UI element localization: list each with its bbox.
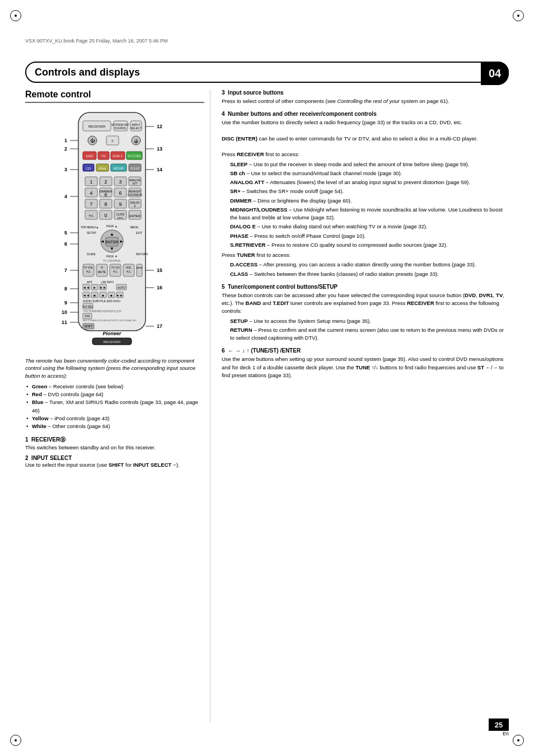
corner-mark-br: [513, 735, 524, 746]
svg-text:≡: ≡: [111, 139, 114, 143]
remote-wrapper: RECEIVER SYSTEM OFF SOURCE INPUT SELECT …: [56, 110, 174, 351]
svg-text:MUTE: MUTE: [98, 270, 106, 274]
svg-text:►: ►: [119, 239, 124, 244]
svg-text:E: E: [134, 205, 135, 208]
svg-text:17: 17: [157, 323, 162, 329]
svg-text:TV CH: TV CH: [111, 266, 120, 269]
svg-text:PAGE ▼: PAGE ▼: [106, 255, 118, 258]
section-title: Remote control: [25, 90, 204, 103]
corner-mark-bl: [10, 735, 21, 746]
svg-text:3: 3: [64, 167, 67, 172]
left-column: Remote control RECEIVER SYSTEM OFF SOURC…: [25, 90, 204, 722]
receiver-items: SLEEP – Use to put the receiver in sleep…: [222, 161, 509, 250]
svg-text:11: 11: [62, 320, 67, 325]
svg-text:Pioneer: Pioneer: [102, 331, 121, 336]
svg-text:TV CTRL: TV CTRL: [127, 154, 142, 158]
page-title: Controls and displays: [35, 67, 140, 78]
svg-text:2: 2: [104, 179, 107, 185]
svg-text:6: 6: [119, 190, 121, 196]
svg-text:⏻: ⏻: [90, 138, 95, 143]
svg-text:+SE INFO: +SE INFO: [101, 280, 114, 284]
bullet-blue: Blue – Tuner, XM and SIRIUS Radio contro…: [25, 398, 204, 415]
svg-text:►►: ►►: [100, 286, 106, 289]
bullet-yellow: Yellow – iPod controls (page 43): [25, 415, 204, 422]
numbered-items-left: 1 RECEIVERⒷ This switches between standb…: [25, 436, 204, 468]
tuner-items: D.ACCESS – After pressing, you can acces…: [222, 261, 509, 278]
svg-text:+/-: +/-: [88, 213, 94, 218]
bullet-red: Red – DVD controls (page 64): [25, 391, 204, 398]
svg-text:▼: ▼: [110, 246, 114, 251]
svg-text:TOP MENU/▲: TOP MENU/▲: [81, 226, 99, 229]
right-column: 3 Input source buttons Press to select c…: [210, 90, 509, 722]
svg-text:⏻: ⏻: [134, 139, 138, 143]
corner-mark-tr: [513, 10, 524, 21]
svg-text:A/V SEL: A/V SEL: [83, 305, 93, 308]
svg-text:ENTER: ENTER: [129, 214, 141, 218]
svg-text:4: 4: [90, 190, 92, 196]
page-lang: En: [489, 731, 509, 736]
svg-text:RCVR: RCVR: [114, 167, 124, 170]
svg-text:9: 9: [64, 300, 67, 306]
svg-text:AUDIO  SUBTITLE  EDD  DVD+: AUDIO SUBTITLE EDD DVD+: [83, 299, 121, 303]
svg-text:2CH/Z: 2CH/Z: [130, 167, 140, 170]
svg-text:14: 14: [157, 167, 162, 172]
svg-text:ATT: ATT: [132, 182, 137, 185]
svg-text:7: 7: [64, 267, 67, 273]
svg-text:DIALOG: DIALOG: [130, 201, 140, 204]
svg-text:6: 6: [104, 192, 107, 198]
svg-text:◄: ◄: [100, 239, 105, 244]
meta-line: VSX-90TXV_KU.book Page 25 Friday, March …: [25, 38, 167, 44]
svg-text:■: ■: [110, 294, 113, 297]
svg-text:ENTER: ENTER: [105, 240, 119, 244]
header-bar: Controls and displays 04: [25, 62, 509, 83]
remote-svg: RECEIVER SYSTEM OFF SOURCE INPUT SELECT …: [56, 110, 174, 350]
svg-text:MIDNIGHT: MIDNIGHT: [129, 190, 141, 193]
svg-text:8: 8: [104, 201, 107, 207]
svg-rect-0: [78, 112, 146, 331]
svg-text:5: 5: [64, 230, 67, 236]
svg-text:DVD: DVD: [86, 154, 93, 158]
svg-text:1: 1: [64, 138, 67, 143]
svg-text:SOURCE: SOURCE: [114, 126, 127, 130]
svg-text:TV VOL: TV VOL: [83, 266, 93, 269]
item-2: 2 INPUT SELECT Use to select the input s…: [25, 455, 204, 468]
color-bullet-list: Green – Receiver controls (see below) Re…: [25, 383, 204, 431]
right-item-3: 3 Input source buttons Press to select c…: [222, 90, 509, 105]
main-content: Remote control RECEIVER SYSTEM OFF SOURC…: [25, 90, 509, 722]
svg-text:12: 12: [157, 124, 162, 129]
svg-text:BAND: BAND: [136, 266, 142, 269]
svg-text:GUIDE: GUIDE: [87, 252, 96, 256]
remote-caption: The remote has been conveniently color-c…: [25, 357, 204, 379]
svg-text:4: 4: [64, 194, 67, 199]
corner-mark-tl: [10, 10, 21, 21]
svg-text:iPod: iPod: [99, 167, 106, 170]
remote-container: RECEIVER SYSTEM OFF SOURCE INPUT SELECT …: [25, 110, 204, 351]
svg-text:RECEIVER: RECEIVER: [88, 125, 106, 128]
item-1: 1 RECEIVERⒷ This switches between standb…: [25, 436, 204, 451]
svg-text:►: ►: [93, 286, 96, 289]
svg-text:+/-: +/-: [127, 270, 132, 274]
page-number: 25: [489, 719, 509, 731]
svg-text:/LOUDNESS: /LOUDNESS: [128, 194, 142, 196]
svg-text:►►: ►►: [116, 294, 123, 297]
svg-text:+/-: +/-: [113, 270, 118, 274]
svg-text:CLASS: CLASS: [116, 213, 125, 216]
bullet-white: White – Other controls (page 64): [25, 422, 204, 430]
setup-items: SETUP – Use to access the System Setup m…: [222, 317, 509, 342]
svg-text:VOL: VOL: [126, 266, 132, 269]
svg-text:SELECT: SELECT: [130, 126, 141, 130]
svg-text:10: 10: [62, 309, 67, 315]
svg-text:■: ■: [102, 294, 104, 297]
svg-text:DISC: DISC: [118, 217, 123, 219]
right-item-6: 6 ← → ↓ ↑ (TUNE/ST) /ENTER Use the arrow…: [222, 348, 509, 379]
svg-text:9: 9: [119, 201, 121, 207]
svg-text:▲: ▲: [110, 232, 114, 237]
svg-text:TV CONTROL: TV CONTROL: [103, 259, 121, 262]
chapter-badge: 04: [481, 62, 509, 85]
svg-text:MULTI DIM  AUTOSURR  ACOUSTIC : MULTI DIM AUTOSURR ACOUSTIC EQ SIGNAL SE…: [83, 319, 137, 322]
svg-text:AUTO: AUTO: [118, 286, 125, 289]
svg-text:◄◄: ◄◄: [83, 294, 90, 297]
right-item-4: 4 Number buttons and other receiver/comp…: [222, 111, 509, 278]
svg-text:+/-: +/-: [86, 270, 91, 274]
bullet-green: Green – Receiver controls (see below): [25, 383, 204, 391]
